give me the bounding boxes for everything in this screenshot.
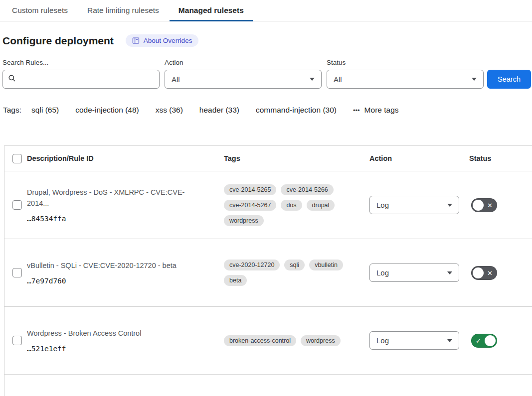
column-status: Status [465,154,532,162]
tag-pill: vbulletin [309,260,343,270]
search-field: Search Rules... [2,59,160,89]
rule-tags: cve-2020-12720sqlivbulletinbeta [220,260,365,286]
table-row: vBulletin - SQLi - CVE:CVE-2020-12720 - … [4,239,532,307]
tab-bar: Custom rulesetsRate limiting rulesetsMan… [0,0,532,21]
tag-pill: broken-access-control [224,335,296,346]
tab-managed-rulesets[interactable]: Managed rulesets [170,0,253,21]
toggle-knob [473,200,484,211]
toggle-knob [473,267,484,278]
toggle-state-icon: ✓ [476,337,481,344]
toggle-state-icon: ✕ [487,269,493,276]
status-toggle[interactable]: ✓ [471,334,497,348]
tags-bar: Tags: sqli (65)code-injection (48)xss (3… [3,106,532,115]
action-select[interactable]: Log [369,264,459,282]
tag-link[interactable]: code-injection (48) [75,106,139,114]
table-header: Description/Rule ID Tags Action Status [4,146,532,171]
status-toggle[interactable]: ✕ [471,266,497,280]
tag-pill: cve-2014-5266 [281,184,333,195]
action-select[interactable]: Log [369,196,459,214]
tag-pill: wordpress [301,335,341,346]
header-checkbox-cell [4,154,23,163]
column-description: Description/Rule ID [23,154,220,162]
rule-tags: broken-access-controlwordpress [220,335,365,346]
heading-row: Configure deployment About Overrides [2,34,532,47]
action-select-value: Log [376,201,389,209]
rule-description: vBulletin - SQLi - CVE:CVE-2020-12720 - … [27,261,220,271]
tag-links: sqli (65)code-injection (48)xss (36)head… [31,106,353,115]
tag-pill: sqli [284,260,305,270]
chevron-down-icon [472,78,477,81]
chevron-down-icon [447,339,452,342]
chevron-down-icon [310,78,315,81]
status-filter-label: Status [327,59,484,66]
tag-link[interactable]: command-injection (30) [256,106,337,114]
toggle-knob [485,335,496,346]
search-icon [8,74,16,84]
tag-pill: cve-2020-12720 [224,260,280,270]
rules-table: Description/Rule ID Tags Action Status D… [4,145,532,396]
action-filter-select[interactable]: All [165,70,322,89]
tag-pill: wordpress [224,215,264,226]
book-icon [132,37,140,44]
action-select-value: Log [376,336,389,345]
tag-pill: drupal [307,200,335,211]
row-checkbox[interactable] [12,336,22,345]
tag-link[interactable]: xss (36) [156,106,183,114]
column-tags: Tags [220,154,365,162]
search-button[interactable]: Search [487,70,531,89]
tag-pill: cve-2014-5265 [224,184,276,195]
chevron-down-icon [447,204,452,207]
more-tags-label: More tags [364,106,399,115]
rule-id: …84534ffa [27,215,220,223]
tag-link[interactable]: sqli (65) [31,106,59,114]
tab-custom-rulesets[interactable]: Custom rulesets [3,0,77,21]
tab-rate-limiting-rulesets[interactable]: Rate limiting rulesets [78,0,168,21]
tag-pill: dos [281,200,302,211]
rule-id: …7e97d760 [27,277,220,285]
status-filter-value: All [334,75,342,84]
action-select-value: Log [376,268,389,277]
status-filter-field: Status All [327,59,484,89]
tag-pill: cve-2014-5267 [224,200,276,211]
column-action: Action [365,154,465,162]
toggle-state-icon: ✕ [487,202,493,208]
action-filter-field: Action All [165,59,322,89]
more-tags-link[interactable]: ••• More tags [353,106,399,115]
ellipsis-icon: ••• [353,107,360,114]
search-label: Search Rules... [2,59,160,66]
search-input-box [2,70,160,89]
table-row: Wordpress - Broken Access Control …86aa4… [4,375,532,396]
table-row: Wordpress - Broken Access Control …521e1… [4,307,532,375]
tag-pill: beta [224,275,247,286]
select-all-checkbox[interactable] [12,154,22,163]
about-overrides-label: About Overrides [144,37,192,44]
chevron-down-icon [447,271,452,274]
tag-link[interactable]: header (33) [199,106,239,114]
status-toggle[interactable]: ✕ [471,198,497,212]
rule-id: …521e1eff [27,345,220,353]
about-overrides-link[interactable]: About Overrides [126,34,199,47]
status-filter-select[interactable]: All [327,70,484,89]
tags-bar-label: Tags: [3,106,21,115]
table-body: Drupal, Wordpress - DoS - XMLRPC - CVE:C… [4,171,532,396]
page-title: Configure deployment [2,35,114,47]
action-filter-value: All [172,75,180,84]
row-checkbox[interactable] [12,268,22,277]
action-filter-label: Action [165,59,322,66]
rule-description: Drupal, Wordpress - DoS - XMLRPC - CVE:C… [27,187,220,208]
rule-tags: cve-2014-5265cve-2014-5266cve-2014-5267d… [220,184,365,226]
search-input[interactable] [19,75,154,84]
row-checkbox[interactable] [12,200,22,210]
filter-bar: Search Rules... Action All Status All Se… [2,59,532,89]
table-row: Drupal, Wordpress - DoS - XMLRPC - CVE:C… [4,171,532,239]
action-select[interactable]: Log [369,331,459,350]
rule-description: Wordpress - Broken Access Control [27,328,220,339]
